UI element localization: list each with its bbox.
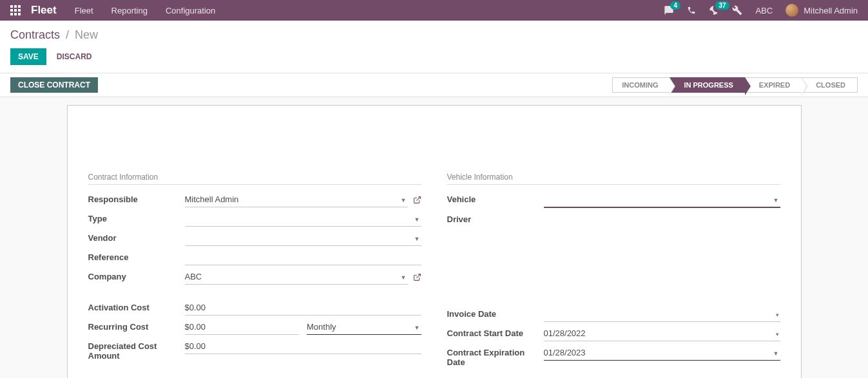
status-closed[interactable]: CLOSED (802, 77, 858, 93)
divider (447, 184, 780, 185)
status-expired[interactable]: EXPIRED (745, 77, 802, 93)
label-activation-cost: Activation Cost (88, 300, 185, 312)
label-vehicle: Vehicle (447, 192, 544, 204)
vehicle-info-title: Vehicle Information (447, 173, 780, 182)
label-invoice-date: Invoice Date (447, 307, 544, 319)
input-start-date[interactable] (544, 326, 780, 341)
app-brand[interactable]: Fleet (31, 4, 57, 17)
status-incoming[interactable]: INCOMING (612, 77, 670, 93)
input-activation-cost[interactable] (185, 300, 421, 316)
label-type: Type (88, 211, 185, 223)
input-reference[interactable] (185, 250, 421, 265)
input-vehicle[interactable] (544, 192, 780, 208)
user-menu[interactable]: Mitchell Admin (786, 4, 858, 17)
messages-badge: 4 (670, 1, 680, 10)
breadcrumb-separator: / (66, 28, 69, 41)
user-avatar (786, 4, 798, 17)
input-vendor[interactable] (185, 231, 421, 246)
contract-info-group: Contract Information Responsible ▼ Type (88, 173, 421, 369)
input-invoice-date[interactable] (544, 307, 780, 322)
label-exp-date: Contract Expiration Date (447, 345, 544, 367)
action-bar: SAVE DISCARD (0, 42, 868, 73)
discard-button[interactable]: DISCARD (57, 52, 92, 61)
label-reference: Reference (88, 250, 185, 262)
input-exp-date[interactable] (544, 345, 780, 361)
status-bar: CLOSE CONTRACT INCOMING IN PROGRESS EXPI… (0, 73, 868, 97)
phone-icon[interactable] (687, 6, 696, 15)
apps-icon[interactable] (10, 5, 21, 15)
input-responsible[interactable] (185, 192, 408, 207)
nav-menu-configuration[interactable]: Configuration (166, 6, 215, 15)
divider (88, 184, 421, 185)
status-in-progress[interactable]: IN PROGRESS (670, 77, 744, 93)
company-switcher[interactable]: ABC (755, 6, 773, 15)
external-link-icon[interactable] (413, 273, 421, 281)
breadcrumb-root[interactable]: Contracts (10, 28, 60, 41)
label-driver: Driver (447, 212, 544, 224)
close-contract-button[interactable]: CLOSE CONTRACT (10, 77, 98, 93)
input-depreciated[interactable] (185, 339, 421, 354)
breadcrumb-current: New (75, 28, 98, 41)
statusbar: INCOMING IN PROGRESS EXPIRED CLOSED (612, 77, 858, 93)
user-name: Mitchell Admin (804, 6, 858, 15)
label-vendor: Vendor (88, 231, 185, 243)
vehicle-info-group: Vehicle Information Vehicle ▼ Driver (447, 173, 780, 369)
form-sheet: Contract Information Responsible ▼ Type (67, 105, 802, 378)
input-recurring-cost[interactable] (185, 319, 300, 335)
breadcrumb: Contracts / New (10, 28, 858, 42)
messages-icon[interactable]: 4 (664, 5, 674, 15)
nav-menu-fleet[interactable]: Fleet (75, 6, 93, 15)
label-depreciated: Depreciated Cost Amount (88, 339, 185, 361)
label-company: Company (88, 269, 185, 281)
nav-menu-reporting[interactable]: Reporting (111, 6, 148, 15)
activities-icon[interactable]: 37 (709, 5, 719, 15)
label-recurring-cost: Recurring Cost (88, 319, 185, 332)
top-navbar: Fleet Fleet Reporting Configuration 4 37… (0, 0, 868, 21)
input-type[interactable] (185, 211, 421, 227)
label-start-date: Contract Start Date (447, 326, 544, 338)
debug-icon[interactable] (732, 5, 742, 15)
label-responsible: Responsible (88, 192, 185, 204)
external-link-icon[interactable] (413, 196, 421, 204)
input-company[interactable] (185, 269, 408, 285)
input-recurring-period[interactable] (307, 319, 421, 335)
save-button[interactable]: SAVE (10, 48, 46, 65)
contract-info-title: Contract Information (88, 173, 421, 182)
activities-badge: 37 (715, 1, 729, 10)
header: Contracts / New (0, 21, 868, 42)
